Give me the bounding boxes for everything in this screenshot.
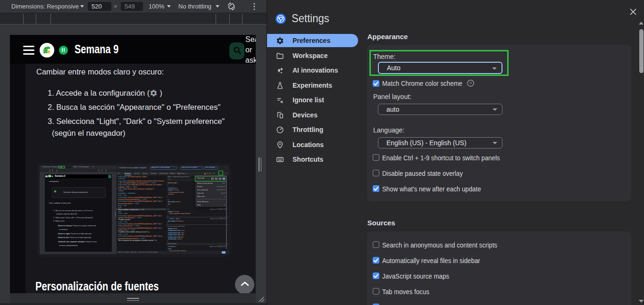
svg-text:?: ? <box>469 81 472 86</box>
